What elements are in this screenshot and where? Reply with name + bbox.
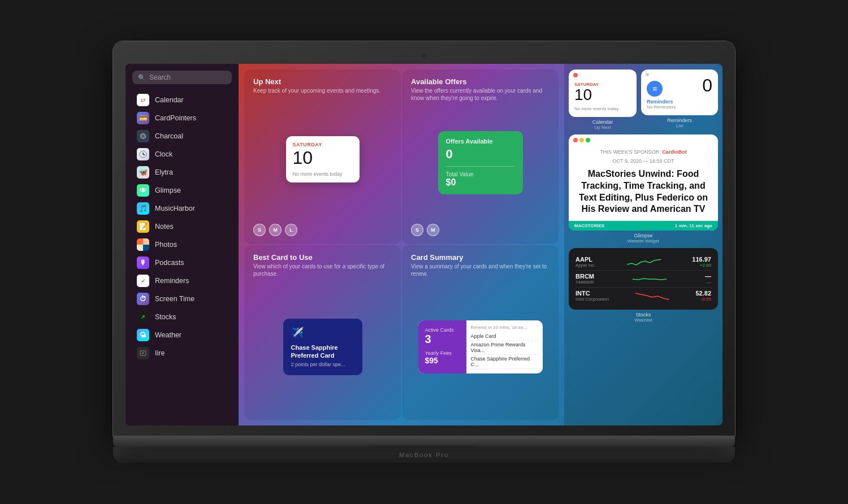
- elytra-app-icon: 🦋: [137, 166, 149, 179]
- reminders-small-widget: ≡ Reminders No Reminders 0: [641, 69, 718, 115]
- glimpse-dot-red: [573, 138, 578, 142]
- sidebar-item-charcoal[interactable]: Charcoal: [128, 127, 236, 145]
- sidebar-item-elytra[interactable]: 🦋 Elytra: [128, 163, 236, 181]
- offers-total-value: $0: [446, 177, 515, 188]
- sidebar-label-stocks: Stocks: [155, 313, 176, 321]
- sponsor-name: CardioBot: [662, 149, 687, 155]
- sidebar-item-photos[interactable]: Photos: [128, 236, 236, 254]
- calendar-date: 10: [293, 149, 353, 167]
- glimpse-widget-type: Website Widget: [569, 238, 718, 244]
- reminders-widget-wrapper: ≡ Reminders No Reminders 0 Reminders Lis…: [641, 69, 718, 130]
- offers-divider: [446, 166, 515, 167]
- best-card-subtitle: View which of your cards to use for a sp…: [253, 263, 392, 277]
- sidebar-item-calendar[interactable]: 17 Calendar: [128, 91, 236, 109]
- brcm-ticker: BRCM: [576, 273, 594, 280]
- glimpse-sponsor: THIS WEEK'S SPONSOR: CardioBot: [577, 149, 710, 155]
- available-offers-subtitle: View the offers currently available on y…: [411, 87, 550, 102]
- main-content: Up Next Keep track of your upcoming even…: [239, 64, 722, 425]
- glimpse-time: 1 min. 11 sec ago: [675, 223, 712, 228]
- available-offers-title: Available Offers: [411, 77, 550, 86]
- avatar-l: L: [285, 224, 297, 236]
- iire-app-icon: [137, 347, 149, 359]
- intc-info: INTC Intel Corporation: [576, 290, 609, 302]
- best-card-widget: Best Card to Use View which of your card…: [244, 245, 401, 420]
- calendar-no-events: No more events today: [293, 171, 353, 177]
- sidebar-label-cardpointers: CardPointers: [155, 114, 196, 122]
- brcm-price-group: — —: [705, 273, 711, 285]
- summary-right-panel: Renews in 10 mths, 18 da... Apple Card A…: [466, 320, 543, 373]
- stocks-widget: AAPL Apple Inc. 116.97 +2.00: [569, 248, 718, 310]
- calendar-app-label: Calendar: [569, 119, 637, 125]
- photos-app-icon: [137, 238, 149, 251]
- offers-avatar-m: M: [427, 224, 439, 236]
- summary-left-panel: Active Cards 3 Yearly Fees $95: [418, 320, 466, 373]
- stock-row-aapl: AAPL Apple Inc. 116.97 +2.00: [576, 254, 711, 271]
- reminders-widget-label-group: Reminders List: [641, 118, 718, 128]
- aapl-price-group: 116.97 +2.00: [692, 256, 711, 268]
- stock-row-brcm: BRCM 748660R — —: [576, 271, 711, 288]
- sidebar-item-iire[interactable]: Iire: [128, 344, 236, 362]
- search-box[interactable]: 🔍: [132, 71, 232, 84]
- sidebar-item-musicharbor[interactable]: 🎵 MusicHarbor: [128, 199, 236, 218]
- right-panel: SATURDAY 10 No more events today Calenda…: [564, 64, 722, 425]
- intc-price: 52.82: [695, 290, 711, 297]
- stock-row-intc: INTC Intel Corporation 52.82 -0.55: [576, 288, 711, 304]
- glimpse-footer: MACSTORIES 1 min. 11 sec ago: [569, 221, 718, 231]
- sidebar-label-glimpse: Glimpse: [155, 186, 181, 194]
- up-next-avatars: S M L: [253, 219, 392, 236]
- reminders-icon: ≡: [647, 81, 663, 97]
- sidebar-item-notes[interactable]: 📝 Notes: [128, 218, 236, 236]
- yearly-fees-label: Yearly Fees: [425, 350, 460, 356]
- card-summary-display: Active Cards 3 Yearly Fees $95 Renews in…: [418, 320, 543, 373]
- card-summary-subtitle: View a summary of your cards and when th…: [411, 263, 550, 277]
- macbook-label: MacBook Pro: [399, 451, 449, 458]
- sidebar-label-elytra: Elytra: [155, 168, 173, 176]
- glimpse-dot-green: [586, 138, 590, 142]
- intc-name: Intel Corporation: [576, 297, 609, 302]
- reminders-widget-content: ≡ Reminders No Reminders 0: [647, 75, 712, 110]
- sponsor-prefix: THIS WEEK'S SPONSOR:: [600, 149, 662, 155]
- offers-total-label: Total Value: [446, 171, 515, 177]
- sidebar-label-charcoal: Charcoal: [155, 132, 183, 140]
- sidebar-item-cardpointers[interactable]: 💳 CardPointers: [128, 109, 236, 127]
- camera: [422, 54, 426, 58]
- sidebar-item-podcasts[interactable]: 🎙 Podcasts: [128, 254, 236, 272]
- sidebar-item-weather[interactable]: 🌤 Weather: [128, 326, 236, 344]
- aapl-price: 116.97: [692, 256, 711, 263]
- offers-card: Offers Available 0 Total Value $0: [438, 131, 523, 194]
- intc-change: -0.55: [695, 297, 711, 302]
- cal-widget-date: 10: [574, 87, 631, 103]
- screen: 🔍 17 Calendar 💳 CardPointers: [126, 64, 722, 425]
- aapl-sparkline: [602, 257, 687, 268]
- aapl-info: AAPL Apple Inc.: [576, 256, 596, 268]
- card-summary-widget: Card Summary View a summary of your card…: [402, 245, 559, 420]
- sidebar-item-screentime[interactable]: ⏱ Screen Time: [128, 290, 236, 308]
- yearly-fees-value: $95: [425, 356, 460, 365]
- dot-grey: [646, 73, 649, 76]
- offers-avatar-s: S: [411, 224, 423, 236]
- sidebar: 🔍 17 Calendar 💳 CardPointers: [126, 64, 239, 425]
- widgets-grid: Up Next Keep track of your upcoming even…: [239, 64, 564, 425]
- dot-red: [573, 73, 578, 77]
- renews-label: Renews in 10 mths, 18 da...: [471, 325, 538, 330]
- musicharbor-app-icon: 🎵: [137, 202, 149, 215]
- glimpse-brand: MACSTORIES: [574, 223, 604, 228]
- glimpse-label-group: Glimpse Website Widget: [569, 233, 718, 244]
- sidebar-label-clock: Clock: [155, 150, 172, 158]
- sidebar-item-clock[interactable]: Clock: [128, 145, 236, 163]
- sidebar-item-stocks[interactable]: ↗ Stocks: [128, 308, 236, 326]
- search-input[interactable]: [149, 73, 226, 81]
- glimpse-widget-wrapper: THIS WEEK'S SPONSOR: CardioBot OCT 9, 20…: [569, 134, 718, 244]
- brcm-price: —: [705, 273, 711, 280]
- sidebar-item-glimpse[interactable]: 👁 Glimpse: [128, 181, 236, 199]
- card-item-apple: Apple Card: [471, 332, 538, 341]
- rem-sublabel: No Reminders: [647, 105, 676, 110]
- stocks-widget-wrapper: AAPL Apple Inc. 116.97 +2.00: [569, 248, 718, 323]
- svg-rect-5: [140, 351, 146, 355]
- card-desc: 2 points per dollar spe...: [291, 362, 354, 367]
- brcm-info: BRCM 748660R: [576, 273, 594, 285]
- calendar-small-widget: SATURDAY 10 No more events today: [569, 69, 637, 117]
- offers-count: 0: [446, 147, 515, 162]
- sidebar-label-podcasts: Podcasts: [155, 259, 184, 267]
- sidebar-item-reminders[interactable]: ✓ Reminders: [128, 272, 236, 290]
